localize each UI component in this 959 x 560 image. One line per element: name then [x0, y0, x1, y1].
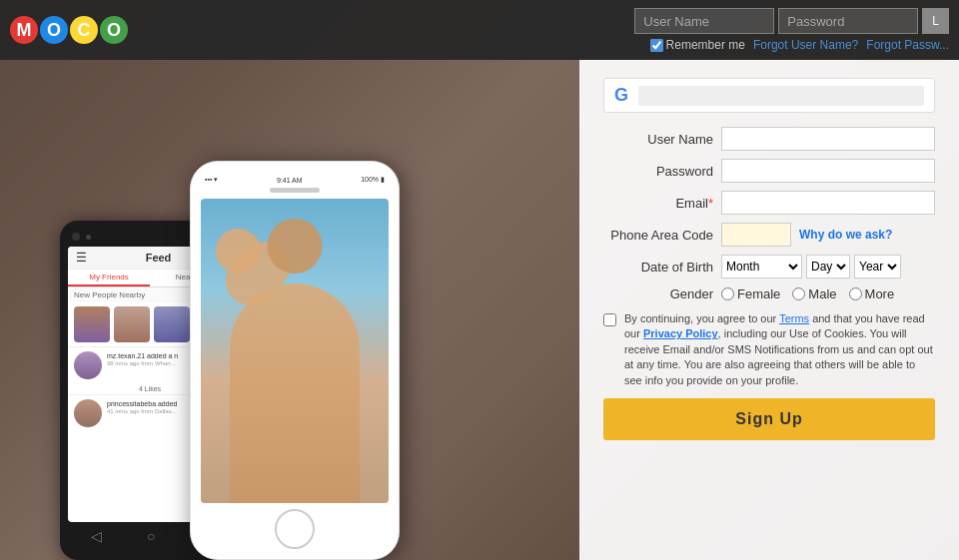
privacy-link[interactable]: Privacy Policy — [643, 327, 718, 339]
year-select[interactable]: Year — [854, 255, 901, 279]
gender-more-text: More — [865, 286, 895, 301]
google-g-icon: G — [614, 85, 628, 106]
header-inputs: L — [634, 8, 949, 34]
forgot-username-link[interactable]: Forgot User Name? — [753, 38, 858, 52]
password-row: Password — [603, 159, 935, 183]
google-signin-text — [638, 86, 924, 106]
android-camera-lens — [72, 233, 80, 241]
password-label: Password — [603, 164, 713, 179]
gender-male-radio[interactable] — [792, 287, 805, 300]
gender-options: Female Male More — [721, 286, 894, 301]
month-select[interactable]: Month JanuaryFebruaryMarch AprilMayJune … — [721, 255, 802, 279]
tab-my-friends[interactable]: My Friends — [68, 270, 150, 286]
terms-row: By continuing, you agree to our Terms an… — [603, 311, 935, 388]
logo-c: C — [70, 16, 98, 44]
remember-me-text: Remember me — [666, 38, 745, 52]
feed-meta-2: 41 mins ago from Dallas... — [107, 408, 177, 414]
person-hand — [216, 229, 261, 274]
header-login-button[interactable]: L — [922, 8, 949, 34]
logo-m: M — [10, 16, 38, 44]
logo-o: O — [40, 16, 68, 44]
hamburger-icon[interactable]: ☰ — [76, 251, 87, 265]
main: ☰ Feed My Friends Near Me New People Nea… — [0, 60, 959, 560]
feed-text-1: mz.texan.21 added a n — [107, 351, 178, 360]
header-right: L Remember me Forgot User Name? Forgot P… — [634, 8, 959, 52]
phones-area: ☰ Feed My Friends Near Me New People Nea… — [0, 60, 579, 560]
iphone-top: ▪▪▪ ▾ 9:41 AM 100% ▮ — [201, 176, 389, 184]
feed-avatar-1 — [74, 351, 102, 379]
gender-female-radio[interactable] — [721, 287, 734, 300]
phone-label: Phone Area Code — [603, 228, 713, 243]
dob-row: Date of Birth Month JanuaryFebruaryMarch… — [603, 255, 935, 279]
gender-female-text: Female — [737, 286, 780, 301]
username-label: User Name — [603, 132, 713, 147]
person-head — [268, 219, 323, 274]
email-label: Email* — [603, 196, 713, 211]
header-username-input[interactable] — [634, 8, 774, 34]
phone-area-code-input[interactable] — [721, 223, 791, 247]
why-ask-link[interactable]: Why do we ask? — [799, 228, 892, 242]
phone-row: Phone Area Code Why do we ask? — [603, 223, 935, 247]
email-row: Email* — [603, 191, 935, 215]
feed-text-2: princessitabeba added — [107, 399, 177, 408]
google-signin[interactable]: G — [603, 78, 935, 113]
header: M O C O L Remember me Forgot User Name? … — [0, 0, 959, 60]
username-row: User Name — [603, 127, 935, 151]
header-password-input[interactable] — [778, 8, 918, 34]
person-avatar-1 — [74, 306, 110, 342]
gender-male-label[interactable]: Male — [792, 286, 836, 301]
day-select[interactable]: Day — [806, 255, 850, 279]
iphone-photo — [201, 199, 389, 503]
gender-female-label[interactable]: Female — [721, 286, 780, 301]
feed-meta-1: 38 mins ago from Wharr... — [107, 360, 178, 366]
gender-male-text: Male — [808, 286, 836, 301]
home-icon[interactable]: ○ — [147, 528, 155, 544]
feed-avatar-2 — [74, 399, 102, 427]
back-icon[interactable]: ◁ — [91, 528, 102, 544]
terms-text: By continuing, you agree to our Terms an… — [624, 311, 935, 388]
person-avatar-2 — [114, 306, 150, 342]
terms-checkbox[interactable] — [603, 313, 616, 326]
logo-o2: O — [100, 16, 128, 44]
person-body — [230, 283, 360, 503]
gender-label: Gender — [603, 286, 713, 301]
header-options: Remember me Forgot User Name? Forgot Pas… — [650, 38, 949, 52]
logo: M O C O — [10, 16, 128, 44]
dob-selects: Month JanuaryFebruaryMarch AprilMayJune … — [721, 255, 901, 279]
password-input[interactable] — [721, 159, 935, 183]
iphone-time: 9:41 AM — [277, 177, 303, 184]
remember-me-checkbox[interactable] — [650, 39, 663, 52]
iphone-battery: 100% ▮ — [361, 176, 385, 184]
terms-link[interactable]: Terms — [779, 312, 809, 324]
gender-row: Gender Female Male More — [603, 286, 935, 301]
person-avatar-3 — [154, 306, 190, 342]
iphone-screen — [201, 199, 389, 503]
dob-label: Date of Birth — [603, 260, 713, 275]
gender-more-label[interactable]: More — [849, 286, 895, 301]
registration-form: G User Name Password Email* Phone Area C… — [579, 60, 959, 560]
signup-button[interactable]: Sign Up — [603, 398, 935, 440]
android-sensor — [86, 235, 91, 240]
iphone: ▪▪▪ ▾ 9:41 AM 100% ▮ — [190, 161, 400, 560]
username-input[interactable] — [721, 127, 935, 151]
email-input[interactable] — [721, 191, 935, 215]
remember-me-label[interactable]: Remember me — [650, 38, 745, 52]
iphone-home-button[interactable] — [275, 509, 315, 549]
forgot-password-link[interactable]: Forgot Passw... — [866, 38, 949, 52]
iphone-signal: ▪▪▪ ▾ — [205, 176, 218, 184]
iphone-speaker — [270, 188, 320, 193]
gender-more-radio[interactable] — [849, 287, 862, 300]
